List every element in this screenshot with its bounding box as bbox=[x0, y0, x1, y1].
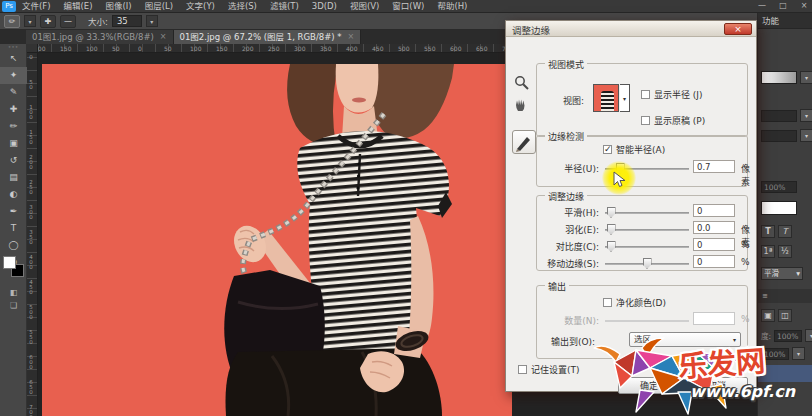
menu-item-1[interactable]: 编辑(E) bbox=[64, 0, 93, 13]
brush-size-field[interactable]: 35 bbox=[112, 15, 142, 27]
document-tab-2[interactable]: 01图2.jpg @ 67.2% (图层 1, RGB/8#) * × bbox=[174, 30, 362, 44]
refine-radius-tool-icon[interactable]: ✏ bbox=[4, 15, 20, 28]
checkbox-box[interactable] bbox=[603, 298, 612, 307]
layer-filter-icon[interactable]: ▣ bbox=[761, 309, 775, 322]
slider-value-field[interactable]: 0 bbox=[693, 255, 735, 268]
smart-radius-checkbox[interactable]: 智能半径(A) bbox=[603, 143, 665, 156]
history-brush-tool-icon[interactable]: ↺ bbox=[0, 152, 27, 169]
layers-panel-header[interactable]: ≡ bbox=[758, 289, 812, 303]
tab-close-icon[interactable]: × bbox=[348, 30, 355, 44]
quick-selection-tool-icon[interactable]: ✦ bbox=[0, 67, 27, 84]
opacity-value[interactable]: 100% bbox=[774, 330, 802, 342]
slider-groove[interactable] bbox=[605, 229, 689, 231]
move-tool-icon[interactable]: ↖ bbox=[0, 50, 27, 67]
layer-kind-icon[interactable]: ◫ bbox=[778, 309, 792, 322]
radius-value-field[interactable]: 0.7 bbox=[693, 160, 735, 173]
percent-field[interactable]: 100% bbox=[761, 181, 797, 193]
brush-size-label: 大小: bbox=[88, 15, 108, 27]
brush-tool-icon[interactable]: ✏ bbox=[0, 118, 27, 135]
zoom-tool-icon[interactable] bbox=[514, 75, 530, 91]
dialog-close-button[interactable]: × bbox=[724, 23, 752, 35]
menu-item-5[interactable]: 选择(S) bbox=[228, 0, 257, 13]
menu-item-8[interactable]: 视图(V) bbox=[350, 0, 379, 13]
menu-item-7[interactable]: 3D(D) bbox=[312, 0, 337, 13]
slider-handle[interactable] bbox=[607, 224, 616, 235]
menu-item-6[interactable]: 滤镜(T) bbox=[270, 0, 299, 13]
view-dropdown-arrow-icon[interactable]: ▾ bbox=[620, 84, 630, 112]
text-color-swatch[interactable] bbox=[761, 201, 797, 215]
gradient-tool-icon[interactable]: ▤ bbox=[0, 169, 27, 186]
checkbox-box[interactable] bbox=[641, 116, 650, 125]
show-radius-checkbox[interactable]: 显示半径 (J) bbox=[641, 88, 703, 101]
screen-mode-icon[interactable]: ❏ bbox=[0, 299, 27, 312]
chevron-down-icon[interactable]: ▾ bbox=[800, 129, 812, 142]
shape-tool-icon[interactable]: ◯ bbox=[0, 237, 27, 254]
checkbox-box[interactable] bbox=[518, 365, 527, 374]
remember-settings-checkbox[interactable]: 记住设置(T) bbox=[518, 363, 580, 376]
checkbox-box[interactable] bbox=[603, 145, 612, 154]
menu-item-4[interactable]: 文字(Y) bbox=[186, 0, 215, 13]
blur-tool-icon[interactable]: ◐ bbox=[0, 186, 27, 203]
document-image[interactable] bbox=[42, 64, 512, 416]
h-ruler-label: 500 bbox=[398, 44, 409, 53]
gradient-swatch[interactable] bbox=[761, 71, 797, 84]
slider-handle[interactable] bbox=[607, 207, 616, 218]
tab-close-icon[interactable]: × bbox=[160, 30, 167, 44]
spot-healing-tool-icon[interactable]: ✚ bbox=[0, 101, 27, 118]
slider-handle[interactable] bbox=[607, 241, 616, 252]
slider-groove[interactable] bbox=[605, 246, 689, 248]
clone-stamp-tool-icon[interactable]: ▣ bbox=[0, 135, 27, 152]
slider-handle[interactable] bbox=[643, 258, 652, 269]
option-field[interactable] bbox=[761, 110, 797, 122]
superscript-button[interactable]: 1ª bbox=[761, 245, 775, 258]
hand-tool-icon[interactable] bbox=[514, 97, 528, 112]
menu-bar: Ps 文件(F)编辑(E)图像(I)图层(L)文字(Y)选择(S)滤镜(T)3D… bbox=[0, 0, 812, 13]
quick-mask-icon[interactable]: ◧ bbox=[0, 286, 27, 299]
adjust-edge-legend: 调整边缘 bbox=[545, 190, 587, 203]
faux-italic-button[interactable]: T bbox=[778, 225, 792, 238]
cancel-button[interactable]: 取消 bbox=[686, 377, 748, 394]
contract-brush-icon[interactable]: — bbox=[60, 15, 76, 28]
ok-button[interactable]: 确定 bbox=[618, 377, 680, 394]
maximize-icon[interactable]: □ bbox=[777, 0, 789, 12]
output-to-select[interactable]: 选区 ▾ bbox=[629, 332, 741, 347]
decontaminate-checkbox[interactable]: 净化颜色(D) bbox=[603, 296, 666, 309]
close-icon[interactable]: × bbox=[798, 0, 810, 12]
panel-tab-label[interactable]: 功能 bbox=[758, 13, 812, 29]
option-field[interactable] bbox=[761, 130, 797, 142]
pen-tool-icon[interactable]: ✒ bbox=[0, 203, 27, 220]
chevron-down-icon[interactable]: ▾ bbox=[800, 71, 812, 84]
expand-brush-icon[interactable]: ✚ bbox=[40, 15, 56, 28]
menu-item-10[interactable]: 帮助(H) bbox=[437, 0, 467, 13]
chevron-down-icon[interactable]: ▾ bbox=[805, 329, 812, 342]
brush-size-dropdown-icon[interactable]: ▾ bbox=[146, 15, 158, 27]
menu-item-3[interactable]: 图层(L) bbox=[145, 0, 173, 13]
slider-groove[interactable] bbox=[605, 212, 689, 214]
fill-value[interactable]: 100% bbox=[761, 348, 789, 360]
document-tab-1[interactable]: 01图1.jpg @ 33.3%(RGB/8#) × bbox=[26, 30, 174, 44]
selected-layer-row[interactable] bbox=[758, 365, 812, 382]
anti-alias-select[interactable]: 平滑 ▾ bbox=[761, 267, 803, 280]
tool-dropdown-arrow-icon[interactable]: ▾ bbox=[24, 15, 36, 27]
slider-value-field[interactable]: 0 bbox=[693, 204, 735, 217]
foreground-color-swatch[interactable] bbox=[3, 256, 16, 269]
fraction-button[interactable]: ½ bbox=[778, 245, 792, 258]
slider-value-field[interactable]: 0 bbox=[693, 238, 735, 251]
refine-radius-brush-button[interactable] bbox=[512, 130, 536, 154]
eyedropper-tool-icon[interactable]: ✎ bbox=[0, 84, 27, 101]
checkbox-box[interactable] bbox=[641, 90, 650, 99]
menu-item-9[interactable]: 窗口(W) bbox=[392, 0, 424, 13]
remember-settings-label: 记住设置(T) bbox=[531, 365, 580, 375]
menu-item-0[interactable]: 文件(F) bbox=[22, 0, 51, 13]
chevron-down-icon[interactable]: ▾ bbox=[792, 347, 805, 360]
chevron-down-icon[interactable]: ▾ bbox=[800, 109, 812, 122]
type-tool-icon[interactable]: T bbox=[0, 220, 27, 237]
faux-bold-button[interactable]: T bbox=[761, 225, 775, 238]
minimize-icon[interactable]: — bbox=[756, 0, 768, 12]
view-label: 视图: bbox=[563, 94, 584, 107]
menu-item-2[interactable]: 图像(I) bbox=[106, 0, 132, 13]
slider-value-field[interactable]: 0.0 bbox=[693, 221, 735, 234]
view-thumbnail[interactable] bbox=[593, 84, 619, 112]
show-original-checkbox[interactable]: 显示原稿 (P) bbox=[641, 114, 705, 127]
dialog-title-bar[interactable]: 调整边缘 × bbox=[506, 21, 756, 37]
